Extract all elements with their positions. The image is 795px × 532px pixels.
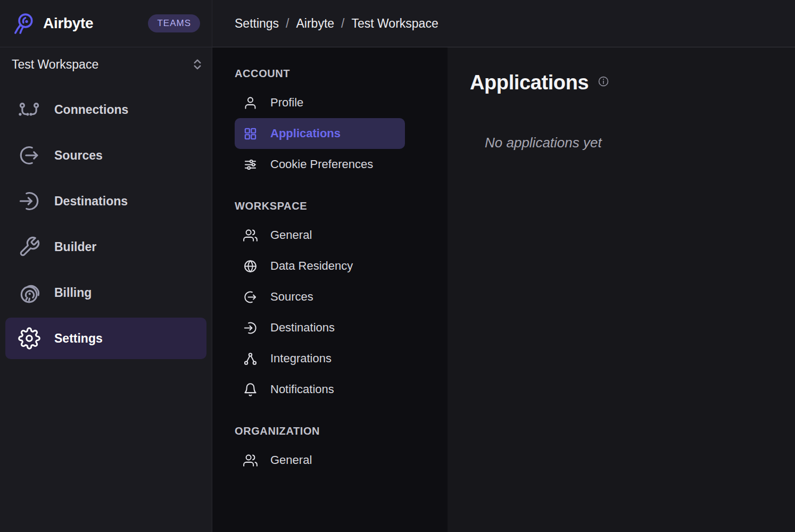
grid-icon (243, 127, 258, 141)
breadcrumb: Settings/Airbyte/Test Workspace (235, 16, 438, 31)
settings-item-data-residency[interactable]: Data Residency (235, 251, 405, 281)
source-out-icon (243, 290, 258, 304)
applications-panel: Applications No applications yet (448, 47, 795, 532)
right-column: Settings/Airbyte/Test Workspace ACCOUNT … (212, 0, 795, 532)
molecule-icon (243, 352, 258, 366)
sidebar-item-builder[interactable]: Builder (5, 226, 206, 268)
users-icon (243, 453, 258, 468)
sidebar-nav: Connections Sources Destinations Builder… (0, 81, 212, 363)
sidebar-item-settings[interactable]: Settings (5, 318, 206, 359)
settings-item-label: Sources (270, 290, 313, 304)
settings-section-workspace: WORKSPACE General Data Residency Sour (235, 200, 448, 405)
gear-icon (18, 327, 40, 350)
sidebar-item-connections[interactable]: Connections (5, 89, 206, 130)
settings-item-notifications[interactable]: Notifications (235, 374, 405, 405)
empty-state-message: No applications yet (485, 135, 774, 151)
settings-item-label: Data Residency (270, 259, 353, 273)
settings-content: ACCOUNT Profile Applications Cookie P (212, 47, 795, 532)
airbyte-app: Airbyte TEAMS Test Workspace Connections… (0, 0, 795, 532)
section-title: ORGANIZATION (235, 425, 448, 437)
main-sidebar: Airbyte TEAMS Test Workspace Connections… (0, 0, 212, 532)
settings-item-workspace-sources[interactable]: Sources (235, 281, 405, 312)
teams-badge: TEAMS (148, 14, 200, 32)
destination-in-icon (18, 190, 40, 212)
brand-name: Airbyte (43, 15, 93, 32)
section-title: ACCOUNT (235, 68, 448, 80)
settings-item-applications[interactable]: Applications (235, 118, 405, 149)
sidebar-item-label: Sources (54, 148, 103, 163)
breadcrumb-bar: Settings/Airbyte/Test Workspace (212, 0, 795, 47)
settings-item-label: Applications (270, 127, 341, 140)
sidebar-item-label: Builder (54, 240, 96, 254)
settings-section-account: ACCOUNT Profile Applications Cookie P (235, 68, 448, 180)
globe-icon (243, 259, 258, 273)
sidebar-item-label: Destinations (54, 194, 128, 209)
connections-icon (18, 98, 40, 121)
sidebar-item-destinations[interactable]: Destinations (5, 180, 206, 222)
breadcrumb-separator: / (286, 16, 289, 30)
settings-item-label: General (270, 453, 312, 467)
sliders-icon (243, 157, 258, 172)
workspace-selector[interactable]: Test Workspace (0, 47, 212, 81)
users-icon (243, 228, 258, 243)
settings-item-label: Notifications (270, 383, 334, 396)
settings-item-integrations[interactable]: Integrations (235, 343, 405, 374)
user-icon (243, 96, 258, 110)
bell-icon (243, 383, 258, 397)
breadcrumb-settings[interactable]: Settings (235, 16, 279, 30)
destination-in-icon (243, 321, 258, 335)
settings-nav: ACCOUNT Profile Applications Cookie P (212, 47, 448, 532)
sidebar-item-label: Settings (54, 331, 103, 346)
sidebar-item-sources[interactable]: Sources (5, 135, 206, 176)
settings-item-label: Destinations (270, 321, 335, 335)
settings-item-label: General (270, 228, 312, 242)
page-title: Applications (470, 72, 589, 94)
workspace-selector-label: Test Workspace (12, 57, 98, 72)
chevron-up-down-icon (190, 57, 205, 72)
info-icon[interactable] (598, 72, 609, 87)
section-title: WORKSPACE (235, 200, 448, 212)
page-title-row: Applications (470, 72, 774, 94)
sidebar-item-label: Billing (54, 286, 92, 300)
settings-section-organization: ORGANIZATION General (235, 425, 448, 476)
breadcrumb-airbyte[interactable]: Airbyte (296, 16, 335, 30)
source-out-icon (18, 144, 40, 167)
settings-item-cookie-preferences[interactable]: Cookie Preferences (235, 149, 405, 180)
wrench-icon (18, 236, 40, 258)
settings-item-profile[interactable]: Profile (235, 87, 405, 118)
brand-header: Airbyte TEAMS (0, 0, 212, 47)
airbyte-octopus-icon (12, 11, 36, 36)
coin-icon (18, 281, 40, 304)
settings-item-workspace-destinations[interactable]: Destinations (235, 312, 405, 343)
settings-item-workspace-general[interactable]: General (235, 220, 405, 251)
settings-item-label: Integrations (270, 352, 332, 365)
sidebar-item-label: Connections (54, 103, 128, 117)
breadcrumb-test-workspace[interactable]: Test Workspace (351, 16, 438, 30)
settings-item-label: Cookie Preferences (270, 157, 373, 171)
settings-item-label: Profile (270, 96, 303, 110)
settings-item-organization-general[interactable]: General (235, 445, 405, 476)
sidebar-item-billing[interactable]: Billing (5, 272, 206, 313)
breadcrumb-separator: / (341, 16, 344, 30)
